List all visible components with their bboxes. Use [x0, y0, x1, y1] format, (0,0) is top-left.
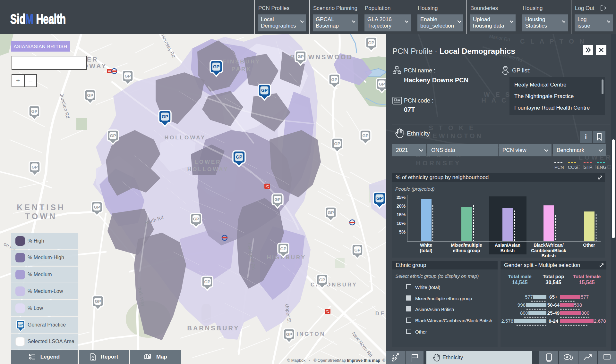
svg-text:PARK: PARK [232, 66, 252, 72]
svg-text:NEWINGTON: NEWINGTON [426, 132, 483, 139]
svg-text:10%: 10% [397, 221, 406, 226]
svg-text:BARNSBURY: BARNSBURY [187, 325, 239, 332]
svg-text:14,545: 14,545 [512, 280, 528, 285]
svg-text:2,678: 2,678 [594, 318, 606, 324]
svg-text:HOLLOWAY: HOLLOWAY [187, 166, 229, 172]
svg-text:577: 577 [525, 294, 533, 300]
svg-text:2,578: 2,578 [501, 318, 513, 324]
svg-text:FINSBURY: FINSBURY [223, 59, 261, 65]
svg-text:GP: GP [18, 323, 23, 327]
svg-text:577: 577 [581, 294, 589, 300]
svg-text:(total): (total) [420, 248, 432, 253]
svg-text:5%: 5% [399, 229, 406, 235]
svg-text:0-24: 0-24 [549, 318, 559, 324]
svg-text:C L A P T O N: C L A P T O N [520, 38, 586, 45]
svg-text:15%: 15% [397, 212, 406, 217]
svg-text:Manor Rd: Manor Rd [489, 34, 510, 42]
svg-text:HIGHBURY: HIGHBURY [267, 254, 306, 261]
svg-text:800: 800 [581, 310, 589, 316]
svg-text:White: White [420, 243, 432, 248]
svg-text:ethnic group: ethnic group [453, 248, 480, 253]
svg-text:998: 998 [518, 302, 526, 308]
svg-text:CLAPTO: CLAPTO [576, 163, 614, 170]
svg-text:Total pop: Total pop [543, 274, 564, 279]
svg-text:KENTISH: KENTISH [17, 203, 65, 212]
svg-text:20%: 20% [397, 203, 406, 209]
svg-text:TOWN: TOWN [25, 212, 57, 221]
svg-text:HORNSEY: HORNSEY [416, 160, 461, 167]
svg-text:15,545: 15,545 [579, 280, 595, 285]
svg-text:Total male: Total male [508, 274, 531, 279]
svg-text:50-64: 50-64 [547, 302, 560, 308]
svg-text:DE B: DE B [375, 310, 386, 317]
svg-text:800: 800 [520, 310, 528, 316]
svg-text:65+: 65+ [549, 294, 558, 300]
svg-text:Mixed/multiple: Mixed/multiple [451, 243, 482, 248]
svg-text:Asian/Asian: Asian/Asian [495, 243, 520, 248]
svg-text:598: 598 [574, 302, 582, 308]
svg-text:Other: Other [583, 243, 595, 248]
svg-text:British: British [542, 253, 556, 258]
svg-text:© Mapbox - © OpenStreetMap: © Mapbox - © OpenStreetMap Improve this … [287, 358, 386, 363]
svg-text:30,545: 30,545 [546, 280, 561, 285]
svg-text:Caribbean/Black: Caribbean/Black [531, 248, 566, 253]
svg-text:25-49: 25-49 [547, 310, 560, 316]
svg-text:HOLLOWAY: HOLLOWAY [165, 135, 206, 141]
svg-text:25%: 25% [397, 195, 406, 200]
svg-text:LOWER: LOWER [194, 159, 221, 165]
svg-text:Total female: Total female [573, 274, 601, 279]
svg-text:Black/African/: Black/African/ [534, 243, 563, 248]
svg-text:British: British [501, 248, 515, 253]
svg-text:S T O K E: S T O K E [429, 124, 475, 131]
